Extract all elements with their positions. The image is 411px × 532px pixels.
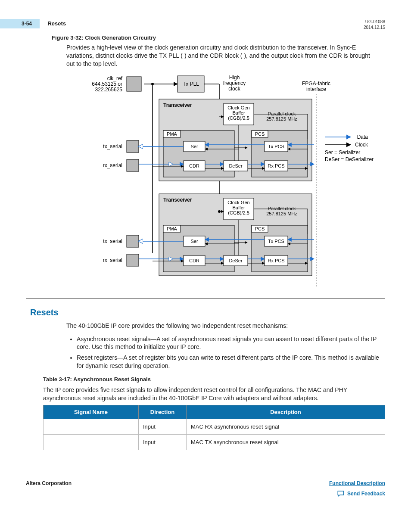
svg-text:DeSer: DeSer bbox=[229, 163, 243, 168]
list-item: Reset registers—A set of register bits y… bbox=[77, 354, 380, 370]
table-lead: The IP core provides five reset signals … bbox=[43, 386, 380, 402]
svg-text:Tx PCS: Tx PCS bbox=[268, 144, 284, 149]
svg-text:Parallel clock257.8125 MHz: Parallel clock257.8125 MHz bbox=[266, 111, 297, 121]
section-intro: The 40-100GbE IP core provides the follo… bbox=[66, 322, 380, 330]
page-header-title: Resets bbox=[47, 20, 66, 27]
page-number-tag: 3-54 bbox=[0, 19, 40, 28]
svg-text:PCS: PCS bbox=[255, 131, 265, 137]
section-divider bbox=[26, 298, 385, 299]
label-high-freq-clock: Highfrequencyclock bbox=[223, 75, 246, 92]
label-transceiver-1: Transceiver bbox=[163, 102, 192, 108]
functional-description-link[interactable]: Functional Description bbox=[329, 480, 385, 486]
pad-tx-serial-1 bbox=[127, 140, 139, 152]
async-reset-signals-table: Signal Name Direction Description InputM… bbox=[43, 405, 385, 450]
diagram-legend: Data Clock Ser = Serializer DeSer = DeSe… bbox=[325, 134, 374, 162]
doc-date: 2014.12.15 bbox=[364, 25, 385, 30]
svg-text:Tx PCS: Tx PCS bbox=[268, 239, 284, 244]
send-feedback-link[interactable]: Send Feedback bbox=[347, 491, 385, 497]
list-item: Asynchronous reset signals—A set of asyn… bbox=[77, 335, 380, 352]
svg-point-92 bbox=[218, 210, 221, 213]
svg-text:Transceiver: Transceiver bbox=[163, 197, 192, 203]
svg-text:PCS: PCS bbox=[255, 226, 265, 231]
svg-text:Data: Data bbox=[357, 134, 368, 140]
col-description: Description bbox=[187, 405, 385, 419]
svg-text:CDR: CDR bbox=[189, 258, 199, 263]
doc-id: UG-01088 bbox=[364, 19, 385, 25]
table-row: InputMAC RX asynchronous reset signal bbox=[44, 419, 385, 434]
svg-text:DeSer: DeSer bbox=[229, 258, 243, 263]
footer-company: Altera Corporation bbox=[26, 480, 72, 486]
transceiver-block-1: Transceiver Clock GenBuffer(CGB)/2.5 Par… bbox=[153, 99, 314, 181]
label-tx-pll: Tx PLL bbox=[183, 81, 199, 87]
svg-text:Ser: Ser bbox=[190, 239, 198, 244]
svg-text:PMA: PMA bbox=[167, 131, 177, 137]
table-row: InputMAC TX asynchronous reset signal bbox=[44, 434, 385, 450]
svg-text:Ser = Serializer: Ser = Serializer bbox=[325, 149, 360, 156]
transceiver-block-2: Transceiver Clock GenBuffer(CGB)/2.5 Par… bbox=[153, 194, 314, 276]
svg-text:Ser: Ser bbox=[190, 144, 198, 149]
figure-caption: Figure 3-32: Clock Generation Circuitry bbox=[52, 34, 385, 41]
feedback-icon[interactable] bbox=[337, 490, 345, 498]
label-clk-ref: clk_ref644.53125 or322.265625 bbox=[92, 75, 122, 93]
svg-text:Rx PCS: Rx PCS bbox=[268, 163, 284, 168]
pad-clk-ref bbox=[127, 77, 141, 91]
section-heading-resets: Resets bbox=[30, 308, 385, 317]
svg-text:rx_serial: rx_serial bbox=[103, 162, 122, 168]
svg-text:tx_serial: tx_serial bbox=[103, 238, 122, 244]
svg-text:Clock: Clock bbox=[355, 142, 368, 148]
svg-text:DeSer = DeSerializer: DeSer = DeSerializer bbox=[325, 156, 374, 162]
figure-description: Provides a high-level view of the clock … bbox=[66, 44, 380, 68]
pad-tx-serial-2 bbox=[127, 235, 139, 247]
label-fpga-fabric: FPGA-fabricinterface bbox=[302, 81, 330, 92]
svg-text:PMA: PMA bbox=[167, 226, 177, 231]
col-direction: Direction bbox=[139, 405, 187, 419]
svg-text:CDR: CDR bbox=[189, 163, 199, 168]
svg-text:Parallel clock257.8125 MHz: Parallel clock257.8125 MHz bbox=[266, 206, 297, 216]
reset-mechanism-list: Asynchronous reset signals—A set of asyn… bbox=[66, 335, 380, 370]
svg-text:tx_serial: tx_serial bbox=[103, 143, 122, 149]
col-signal-name: Signal Name bbox=[44, 405, 139, 419]
pad-rx-serial-2 bbox=[127, 254, 139, 266]
svg-text:rx_serial: rx_serial bbox=[103, 257, 122, 263]
svg-text:Rx PCS: Rx PCS bbox=[268, 258, 284, 263]
pad-rx-serial-1 bbox=[127, 159, 139, 171]
table-caption: Table 3-17: Asynchronous Reset Signals bbox=[43, 376, 385, 383]
clock-generation-diagram: clk_ref644.53125 or322.265625 Tx PLL Hig… bbox=[66, 72, 385, 292]
